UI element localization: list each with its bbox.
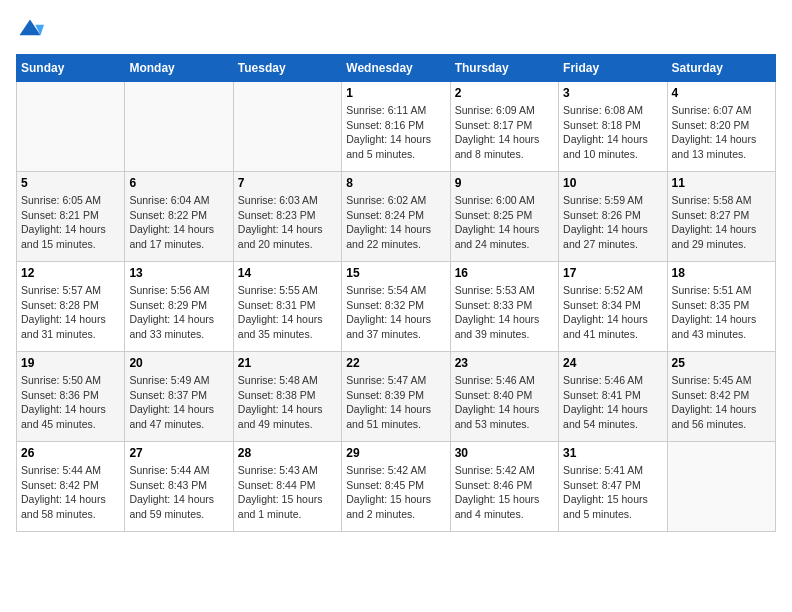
day-number: 15	[346, 266, 445, 280]
day-number: 11	[672, 176, 771, 190]
calendar-cell: 8Sunrise: 6:02 AM Sunset: 8:24 PM Daylig…	[342, 172, 450, 262]
day-number: 29	[346, 446, 445, 460]
calendar-cell: 30Sunrise: 5:42 AM Sunset: 8:46 PM Dayli…	[450, 442, 558, 532]
calendar-cell: 17Sunrise: 5:52 AM Sunset: 8:34 PM Dayli…	[559, 262, 667, 352]
day-info: Sunrise: 5:57 AM Sunset: 8:28 PM Dayligh…	[21, 283, 120, 342]
day-info: Sunrise: 5:41 AM Sunset: 8:47 PM Dayligh…	[563, 463, 662, 522]
calendar-cell: 16Sunrise: 5:53 AM Sunset: 8:33 PM Dayli…	[450, 262, 558, 352]
weekday-header-sunday: Sunday	[17, 55, 125, 82]
day-number: 23	[455, 356, 554, 370]
day-number: 13	[129, 266, 228, 280]
day-number: 12	[21, 266, 120, 280]
day-info: Sunrise: 6:08 AM Sunset: 8:18 PM Dayligh…	[563, 103, 662, 162]
calendar-cell	[667, 442, 775, 532]
weekday-header-thursday: Thursday	[450, 55, 558, 82]
day-info: Sunrise: 6:09 AM Sunset: 8:17 PM Dayligh…	[455, 103, 554, 162]
week-row-4: 19Sunrise: 5:50 AM Sunset: 8:36 PM Dayli…	[17, 352, 776, 442]
page-header	[16, 16, 776, 44]
week-row-3: 12Sunrise: 5:57 AM Sunset: 8:28 PM Dayli…	[17, 262, 776, 352]
day-info: Sunrise: 5:42 AM Sunset: 8:46 PM Dayligh…	[455, 463, 554, 522]
calendar-cell: 19Sunrise: 5:50 AM Sunset: 8:36 PM Dayli…	[17, 352, 125, 442]
day-info: Sunrise: 6:03 AM Sunset: 8:23 PM Dayligh…	[238, 193, 337, 252]
day-number: 4	[672, 86, 771, 100]
calendar-cell: 18Sunrise: 5:51 AM Sunset: 8:35 PM Dayli…	[667, 262, 775, 352]
week-row-2: 5Sunrise: 6:05 AM Sunset: 8:21 PM Daylig…	[17, 172, 776, 262]
day-number: 10	[563, 176, 662, 190]
calendar-cell: 27Sunrise: 5:44 AM Sunset: 8:43 PM Dayli…	[125, 442, 233, 532]
calendar-cell: 9Sunrise: 6:00 AM Sunset: 8:25 PM Daylig…	[450, 172, 558, 262]
day-info: Sunrise: 5:51 AM Sunset: 8:35 PM Dayligh…	[672, 283, 771, 342]
day-info: Sunrise: 5:56 AM Sunset: 8:29 PM Dayligh…	[129, 283, 228, 342]
day-number: 9	[455, 176, 554, 190]
calendar-cell: 11Sunrise: 5:58 AM Sunset: 8:27 PM Dayli…	[667, 172, 775, 262]
calendar-cell: 3Sunrise: 6:08 AM Sunset: 8:18 PM Daylig…	[559, 82, 667, 172]
day-info: Sunrise: 6:07 AM Sunset: 8:20 PM Dayligh…	[672, 103, 771, 162]
day-info: Sunrise: 5:59 AM Sunset: 8:26 PM Dayligh…	[563, 193, 662, 252]
day-info: Sunrise: 5:47 AM Sunset: 8:39 PM Dayligh…	[346, 373, 445, 432]
day-number: 17	[563, 266, 662, 280]
day-info: Sunrise: 5:46 AM Sunset: 8:41 PM Dayligh…	[563, 373, 662, 432]
weekday-header-wednesday: Wednesday	[342, 55, 450, 82]
calendar-cell: 4Sunrise: 6:07 AM Sunset: 8:20 PM Daylig…	[667, 82, 775, 172]
day-info: Sunrise: 6:04 AM Sunset: 8:22 PM Dayligh…	[129, 193, 228, 252]
day-number: 20	[129, 356, 228, 370]
calendar-cell: 13Sunrise: 5:56 AM Sunset: 8:29 PM Dayli…	[125, 262, 233, 352]
day-number: 18	[672, 266, 771, 280]
day-info: Sunrise: 5:52 AM Sunset: 8:34 PM Dayligh…	[563, 283, 662, 342]
calendar-cell: 25Sunrise: 5:45 AM Sunset: 8:42 PM Dayli…	[667, 352, 775, 442]
weekday-header-monday: Monday	[125, 55, 233, 82]
day-number: 24	[563, 356, 662, 370]
calendar-table: SundayMondayTuesdayWednesdayThursdayFrid…	[16, 54, 776, 532]
day-number: 22	[346, 356, 445, 370]
day-number: 5	[21, 176, 120, 190]
day-number: 28	[238, 446, 337, 460]
calendar-cell	[125, 82, 233, 172]
calendar-cell: 2Sunrise: 6:09 AM Sunset: 8:17 PM Daylig…	[450, 82, 558, 172]
logo-icon	[16, 16, 44, 44]
day-info: Sunrise: 5:50 AM Sunset: 8:36 PM Dayligh…	[21, 373, 120, 432]
calendar-cell: 31Sunrise: 5:41 AM Sunset: 8:47 PM Dayli…	[559, 442, 667, 532]
day-number: 2	[455, 86, 554, 100]
day-info: Sunrise: 6:11 AM Sunset: 8:16 PM Dayligh…	[346, 103, 445, 162]
day-number: 3	[563, 86, 662, 100]
day-info: Sunrise: 5:43 AM Sunset: 8:44 PM Dayligh…	[238, 463, 337, 522]
day-info: Sunrise: 5:42 AM Sunset: 8:45 PM Dayligh…	[346, 463, 445, 522]
day-info: Sunrise: 5:58 AM Sunset: 8:27 PM Dayligh…	[672, 193, 771, 252]
day-info: Sunrise: 6:05 AM Sunset: 8:21 PM Dayligh…	[21, 193, 120, 252]
calendar-cell: 14Sunrise: 5:55 AM Sunset: 8:31 PM Dayli…	[233, 262, 341, 352]
day-info: Sunrise: 5:49 AM Sunset: 8:37 PM Dayligh…	[129, 373, 228, 432]
day-number: 14	[238, 266, 337, 280]
day-info: Sunrise: 6:00 AM Sunset: 8:25 PM Dayligh…	[455, 193, 554, 252]
calendar-cell: 22Sunrise: 5:47 AM Sunset: 8:39 PM Dayli…	[342, 352, 450, 442]
day-number: 30	[455, 446, 554, 460]
calendar-cell: 24Sunrise: 5:46 AM Sunset: 8:41 PM Dayli…	[559, 352, 667, 442]
calendar-cell: 6Sunrise: 6:04 AM Sunset: 8:22 PM Daylig…	[125, 172, 233, 262]
day-number: 21	[238, 356, 337, 370]
day-number: 26	[21, 446, 120, 460]
day-info: Sunrise: 5:45 AM Sunset: 8:42 PM Dayligh…	[672, 373, 771, 432]
day-number: 19	[21, 356, 120, 370]
calendar-cell: 23Sunrise: 5:46 AM Sunset: 8:40 PM Dayli…	[450, 352, 558, 442]
weekday-header-row: SundayMondayTuesdayWednesdayThursdayFrid…	[17, 55, 776, 82]
day-number: 27	[129, 446, 228, 460]
day-number: 6	[129, 176, 228, 190]
weekday-header-saturday: Saturday	[667, 55, 775, 82]
day-info: Sunrise: 5:46 AM Sunset: 8:40 PM Dayligh…	[455, 373, 554, 432]
calendar-cell: 7Sunrise: 6:03 AM Sunset: 8:23 PM Daylig…	[233, 172, 341, 262]
calendar-cell	[233, 82, 341, 172]
day-info: Sunrise: 5:53 AM Sunset: 8:33 PM Dayligh…	[455, 283, 554, 342]
calendar-cell: 26Sunrise: 5:44 AM Sunset: 8:42 PM Dayli…	[17, 442, 125, 532]
day-info: Sunrise: 5:54 AM Sunset: 8:32 PM Dayligh…	[346, 283, 445, 342]
day-info: Sunrise: 5:55 AM Sunset: 8:31 PM Dayligh…	[238, 283, 337, 342]
calendar-cell: 28Sunrise: 5:43 AM Sunset: 8:44 PM Dayli…	[233, 442, 341, 532]
calendar-cell: 29Sunrise: 5:42 AM Sunset: 8:45 PM Dayli…	[342, 442, 450, 532]
week-row-1: 1Sunrise: 6:11 AM Sunset: 8:16 PM Daylig…	[17, 82, 776, 172]
calendar-cell: 10Sunrise: 5:59 AM Sunset: 8:26 PM Dayli…	[559, 172, 667, 262]
week-row-5: 26Sunrise: 5:44 AM Sunset: 8:42 PM Dayli…	[17, 442, 776, 532]
weekday-header-friday: Friday	[559, 55, 667, 82]
day-number: 16	[455, 266, 554, 280]
calendar-cell: 15Sunrise: 5:54 AM Sunset: 8:32 PM Dayli…	[342, 262, 450, 352]
day-number: 7	[238, 176, 337, 190]
logo	[16, 16, 48, 44]
calendar-cell: 1Sunrise: 6:11 AM Sunset: 8:16 PM Daylig…	[342, 82, 450, 172]
